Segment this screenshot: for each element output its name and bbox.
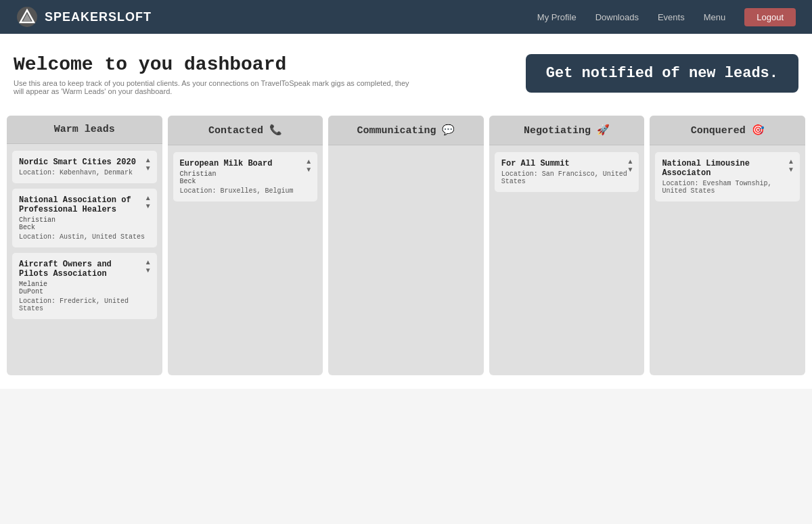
page-subtitle: Use this area to keep track of you poten… <box>14 79 420 95</box>
column-header-warm-leads: Warm leads <box>7 116 162 144</box>
card-title: National Limousine Associaton <box>662 159 793 178</box>
column-body-warm-leads: Nordic Smart Cities 2020Location: Københ… <box>7 144 162 375</box>
card-arrows[interactable]: ▲▼ <box>145 156 152 172</box>
card-arrows[interactable]: ▲▼ <box>788 158 794 174</box>
events-link[interactable]: Events <box>658 12 685 22</box>
arrow-down-icon[interactable]: ▼ <box>627 166 633 174</box>
column-body-communicating <box>328 145 484 375</box>
card-arrows[interactable]: ▲▼ <box>145 258 152 275</box>
card-location: Location: Frederick, United States <box>19 297 150 312</box>
my-profile-link[interactable]: My Profile <box>537 12 577 22</box>
navbar: SPEAKERSLOFT My Profile Downloads Events… <box>0 0 812 34</box>
page-header: Welcome to you dashboard Use this area t… <box>0 34 812 109</box>
card-negotiating-0: For All SummitLocation: San Francisco, U… <box>495 152 639 192</box>
column-header-conquered: Conquered 🎯 <box>650 116 805 145</box>
card-title: For All Summit <box>501 159 633 168</box>
column-body-contacted: European Milk BoardChristian BeckLocatio… <box>168 145 323 375</box>
card-contact: Christian Beck <box>180 170 311 185</box>
card-contacted-0: European Milk BoardChristian BeckLocatio… <box>173 152 318 201</box>
kanban-board: Warm leadsNordic Smart Cities 2020Locati… <box>0 109 812 389</box>
logout-button[interactable]: Logout <box>744 8 796 26</box>
arrow-up-icon[interactable]: ▲ <box>145 156 152 164</box>
card-location: Location: Bruxelles, Belgium <box>180 187 311 195</box>
card-arrows[interactable]: ▲▼ <box>145 194 152 210</box>
notify-button[interactable]: Get notified of new leads. <box>526 54 798 93</box>
card-location: Location: Austin, United States <box>19 233 150 241</box>
column-warm-leads: Warm leadsNordic Smart Cities 2020Locati… <box>7 116 162 375</box>
brand-icon <box>16 6 38 28</box>
page-title: Welcome to you dashboard <box>14 54 420 75</box>
arrow-down-icon[interactable]: ▼ <box>305 166 312 174</box>
card-title: European Milk Board <box>180 159 311 168</box>
arrow-up-icon[interactable]: ▲ <box>305 158 312 166</box>
column-header-contacted: Contacted 📞 <box>168 116 323 145</box>
card-arrows[interactable]: ▲▼ <box>627 158 633 174</box>
arrow-down-icon[interactable]: ▼ <box>145 266 152 275</box>
card-contact: Christian Beck <box>19 216 150 231</box>
card-warm-leads-0: Nordic Smart Cities 2020Location: Københ… <box>12 151 157 183</box>
column-header-negotiating: Negotiating 🚀 <box>489 116 645 145</box>
arrow-up-icon[interactable]: ▲ <box>145 258 152 266</box>
column-communicating: Communicating 💬 <box>328 116 484 375</box>
arrow-up-icon[interactable]: ▲ <box>627 158 633 166</box>
card-location: Location: København, Denmark <box>19 169 150 176</box>
column-conquered: Conquered 🎯National Limousine Associaton… <box>650 116 805 375</box>
column-contacted: Contacted 📞European Milk BoardChristian … <box>168 116 323 375</box>
card-warm-leads-2: Aircraft Owners and Pilots AssociationMe… <box>12 253 157 319</box>
brand: SPEAKERSLOFT <box>16 6 152 28</box>
menu-link[interactable]: Menu <box>704 12 726 22</box>
card-conquered-0: National Limousine AssociatonLocation: E… <box>655 152 800 201</box>
header-text: Welcome to you dashboard Use this area t… <box>14 54 420 95</box>
card-location: Location: Evesham Township, United State… <box>662 180 793 195</box>
arrow-down-icon[interactable]: ▼ <box>788 166 794 174</box>
nav-links: My Profile Downloads Events Menu Logout <box>537 8 796 26</box>
card-location: Location: San Francisco, United States <box>501 170 633 185</box>
card-title: National Association of Professional Hea… <box>19 195 150 214</box>
card-contact: Melanie DuPont <box>19 281 150 295</box>
arrow-up-icon[interactable]: ▲ <box>788 158 794 166</box>
arrow-up-icon[interactable]: ▲ <box>145 194 152 202</box>
brand-name: SPEAKERSLOFT <box>45 10 152 24</box>
column-body-conquered: National Limousine AssociatonLocation: E… <box>650 145 805 375</box>
card-arrows[interactable]: ▲▼ <box>305 158 312 174</box>
card-title: Nordic Smart Cities 2020 <box>19 158 150 167</box>
card-warm-leads-1: National Association of Professional Hea… <box>12 189 157 247</box>
arrow-down-icon[interactable]: ▼ <box>145 202 152 210</box>
downloads-link[interactable]: Downloads <box>595 12 639 22</box>
column-body-negotiating: For All SummitLocation: San Francisco, U… <box>489 145 645 375</box>
arrow-down-icon[interactable]: ▼ <box>145 164 152 172</box>
column-negotiating: Negotiating 🚀For All SummitLocation: San… <box>489 116 645 375</box>
card-title: Aircraft Owners and Pilots Association <box>19 260 150 279</box>
column-header-communicating: Communicating 💬 <box>328 116 484 145</box>
